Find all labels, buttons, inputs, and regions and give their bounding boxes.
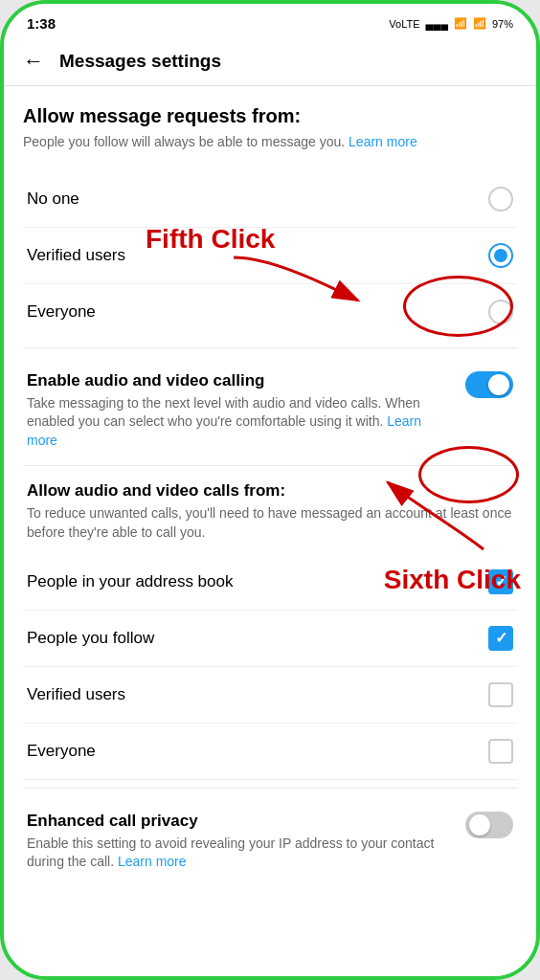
allow-message-section: Allow message requests from: People you … xyxy=(23,105,517,340)
privacy-title: Enhanced call privacy xyxy=(27,812,454,831)
checkbox-box-people-follow[interactable]: ✓ xyxy=(488,626,513,651)
audio-video-title: Enable audio and video calling xyxy=(27,371,454,390)
radio-option-no-one[interactable]: No one xyxy=(23,171,517,228)
learn-more-link-3[interactable]: Learn more xyxy=(118,854,187,869)
audio-video-setting-block: Enable audio and video calling Take mess… xyxy=(23,356,517,467)
checkbox-people-follow[interactable]: People you follow ✓ xyxy=(23,611,517,667)
wifi-icon: 📶 xyxy=(454,17,467,30)
checkbox-box-everyone-calls[interactable] xyxy=(488,739,513,764)
phone-frame: 1:38 VoLTE ▄▄▄ 📶 📶 97% ← Messages settin… xyxy=(0,0,540,980)
content-area: Allow message requests from: People you … xyxy=(4,86,536,976)
audio-video-header: Enable audio and video calling Take mess… xyxy=(27,371,513,451)
section-divider-2 xyxy=(23,788,517,789)
section-divider-1 xyxy=(23,347,517,348)
radio-inner-verified xyxy=(494,249,507,262)
privacy-text: Enhanced call privacy Enable this settin… xyxy=(27,812,454,872)
status-icons: VoLTE ▄▄▄ 📶 📶 97% xyxy=(389,17,513,30)
radio-option-verified-users[interactable]: Verified users xyxy=(23,228,517,284)
radio-label-verified-users: Verified users xyxy=(27,246,125,265)
checkbox-address-book[interactable]: People in your address book ✓ xyxy=(23,554,517,611)
volte-icon: VoLTE xyxy=(389,18,419,30)
allow-message-title: Allow message requests from: xyxy=(23,105,517,127)
allow-message-subtitle: People you follow will always be able to… xyxy=(23,133,517,152)
radio-option-everyone[interactable]: Everyone xyxy=(23,284,517,340)
privacy-toggle-thumb xyxy=(469,814,490,835)
checkbox-label-address-book: People in your address book xyxy=(27,572,233,591)
checkbox-box-verified-calls[interactable] xyxy=(488,682,513,707)
enhanced-privacy-block: Enhanced call privacy Enable this settin… xyxy=(23,796,517,887)
checkbox-label-people-follow: People you follow xyxy=(27,629,154,648)
toggle-thumb xyxy=(488,374,509,395)
toggle-track xyxy=(465,371,513,398)
allow-calls-section: Allow audio and video calls from: To red… xyxy=(23,466,517,779)
checkbox-label-everyone-calls: Everyone xyxy=(27,742,96,761)
learn-more-link-1[interactable]: Learn more xyxy=(349,134,417,149)
page-title: Messages settings xyxy=(59,51,221,72)
radio-circle-verified-users[interactable] xyxy=(488,243,513,268)
audio-video-desc: Take messaging to the next level with au… xyxy=(27,394,454,451)
checkbox-box-address-book[interactable]: ✓ xyxy=(488,569,513,594)
privacy-desc: Enable this setting to avoid revealing y… xyxy=(27,835,454,872)
network-bars-icon: 📶 xyxy=(473,17,486,30)
calls-section-desc: To reduce unwanted calls, you'll need to… xyxy=(23,504,517,553)
back-button[interactable]: ← xyxy=(23,49,44,74)
checkbox-label-verified-calls: Verified users xyxy=(27,685,125,704)
status-bar: 1:38 VoLTE ▄▄▄ 📶 📶 97% xyxy=(4,4,536,39)
checkmark-address-book: ✓ xyxy=(495,574,507,590)
status-time: 1:38 xyxy=(27,15,56,32)
audio-video-toggle[interactable] xyxy=(465,371,513,398)
radio-circle-everyone[interactable] xyxy=(488,300,513,324)
checkbox-verified-calls[interactable]: Verified users xyxy=(23,667,517,724)
battery-icon: 97% xyxy=(492,18,513,30)
radio-circle-no-one[interactable] xyxy=(488,187,513,212)
privacy-header: Enhanced call privacy Enable this settin… xyxy=(27,812,513,872)
privacy-toggle-track xyxy=(465,812,513,838)
radio-label-no-one: No one xyxy=(27,189,79,209)
calls-section-title: Allow audio and video calls from: xyxy=(23,466,517,504)
checkbox-everyone-calls[interactable]: Everyone xyxy=(23,724,517,780)
radio-label-everyone: Everyone xyxy=(27,302,96,322)
signal-bars-icon: ▄▄▄ xyxy=(426,18,448,30)
privacy-toggle[interactable] xyxy=(465,812,513,838)
audio-video-text: Enable audio and video calling Take mess… xyxy=(27,371,454,451)
checkmark-people-follow: ✓ xyxy=(495,631,507,646)
header: ← Messages settings xyxy=(4,39,536,86)
